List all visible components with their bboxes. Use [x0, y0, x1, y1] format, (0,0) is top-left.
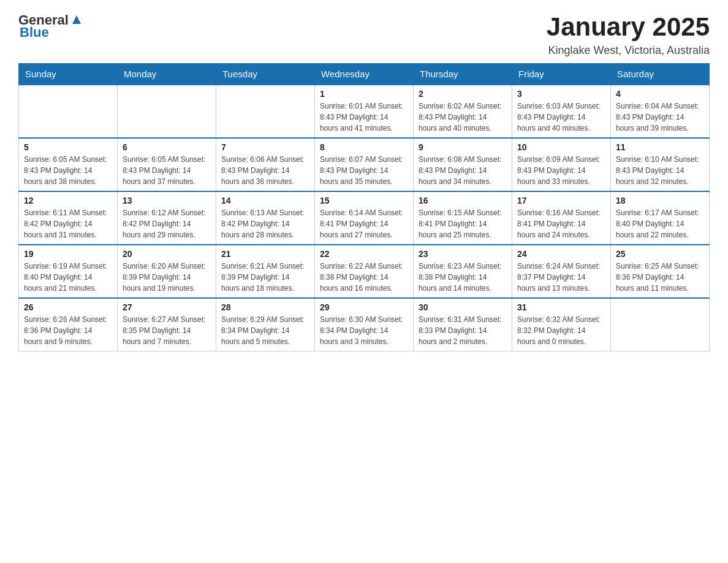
- day-number: 21: [221, 249, 309, 259]
- day-info: Sunrise: 6:25 AM Sunset: 8:36 PM Dayligh…: [616, 261, 704, 294]
- day-number: 26: [24, 302, 112, 312]
- day-number: 15: [320, 196, 408, 205]
- day-info: Sunrise: 6:05 AM Sunset: 8:43 PM Dayligh…: [24, 154, 112, 187]
- calendar-cell: 26Sunrise: 6:26 AM Sunset: 8:36 PM Dayli…: [19, 298, 118, 351]
- day-info: Sunrise: 6:15 AM Sunset: 8:41 PM Dayligh…: [419, 207, 507, 240]
- calendar-cell: [216, 85, 315, 138]
- calendar-day-header: Thursday: [414, 64, 512, 85]
- day-number: 20: [123, 249, 211, 259]
- day-info: Sunrise: 6:09 AM Sunset: 8:43 PM Dayligh…: [517, 154, 605, 187]
- day-info: Sunrise: 6:31 AM Sunset: 8:33 PM Dayligh…: [419, 314, 507, 347]
- calendar-cell: 18Sunrise: 6:17 AM Sunset: 8:40 PM Dayli…: [611, 191, 710, 245]
- calendar-cell: [19, 85, 118, 138]
- calendar-cell: 19Sunrise: 6:19 AM Sunset: 8:40 PM Dayli…: [19, 245, 118, 298]
- calendar-cell: 7Sunrise: 6:06 AM Sunset: 8:43 PM Daylig…: [216, 138, 315, 191]
- day-info: Sunrise: 6:29 AM Sunset: 8:34 PM Dayligh…: [221, 314, 309, 347]
- calendar-cell: 1Sunrise: 6:01 AM Sunset: 8:43 PM Daylig…: [315, 85, 414, 138]
- day-info: Sunrise: 6:26 AM Sunset: 8:36 PM Dayligh…: [24, 314, 112, 347]
- day-info: Sunrise: 6:27 AM Sunset: 8:35 PM Dayligh…: [123, 314, 211, 347]
- day-number: 22: [320, 249, 408, 259]
- calendar-cell: 16Sunrise: 6:15 AM Sunset: 8:41 PM Dayli…: [414, 191, 512, 245]
- day-info: Sunrise: 6:01 AM Sunset: 8:43 PM Dayligh…: [320, 101, 408, 134]
- day-info: Sunrise: 6:12 AM Sunset: 8:42 PM Dayligh…: [123, 207, 211, 240]
- calendar-cell: 22Sunrise: 6:22 AM Sunset: 8:38 PM Dayli…: [315, 245, 414, 298]
- day-number: 29: [320, 302, 408, 312]
- calendar-week-row: 1Sunrise: 6:01 AM Sunset: 8:43 PM Daylig…: [19, 85, 710, 138]
- day-info: Sunrise: 6:02 AM Sunset: 8:43 PM Dayligh…: [419, 101, 507, 134]
- day-info: Sunrise: 6:20 AM Sunset: 8:39 PM Dayligh…: [123, 261, 211, 294]
- day-number: 6: [123, 142, 211, 152]
- calendar-cell: 9Sunrise: 6:08 AM Sunset: 8:43 PM Daylig…: [414, 138, 512, 191]
- calendar-cell: 27Sunrise: 6:27 AM Sunset: 8:35 PM Dayli…: [118, 298, 216, 351]
- calendar-cell: 8Sunrise: 6:07 AM Sunset: 8:43 PM Daylig…: [315, 138, 414, 191]
- day-info: Sunrise: 6:24 AM Sunset: 8:37 PM Dayligh…: [517, 261, 605, 294]
- day-number: 14: [221, 196, 309, 205]
- calendar-day-header: Friday: [512, 64, 611, 85]
- calendar-cell: [118, 85, 216, 138]
- day-info: Sunrise: 6:14 AM Sunset: 8:41 PM Dayligh…: [320, 207, 408, 240]
- day-info: Sunrise: 6:03 AM Sunset: 8:43 PM Dayligh…: [517, 101, 605, 134]
- day-info: Sunrise: 6:21 AM Sunset: 8:39 PM Dayligh…: [221, 261, 309, 294]
- calendar-cell: 5Sunrise: 6:05 AM Sunset: 8:43 PM Daylig…: [19, 138, 118, 191]
- day-number: 3: [517, 89, 605, 99]
- calendar-cell: 25Sunrise: 6:25 AM Sunset: 8:36 PM Dayli…: [611, 245, 710, 298]
- day-info: Sunrise: 6:10 AM Sunset: 8:43 PM Dayligh…: [616, 154, 704, 187]
- day-info: Sunrise: 6:30 AM Sunset: 8:34 PM Dayligh…: [320, 314, 408, 347]
- day-info: Sunrise: 6:22 AM Sunset: 8:38 PM Dayligh…: [320, 261, 408, 294]
- calendar-cell: 14Sunrise: 6:13 AM Sunset: 8:42 PM Dayli…: [216, 191, 315, 245]
- day-number: 17: [517, 196, 605, 205]
- logo-triangle-icon: [70, 13, 83, 26]
- day-number: 30: [419, 302, 507, 312]
- day-number: 18: [616, 196, 704, 205]
- calendar-header-row: SundayMondayTuesdayWednesdayThursdayFrid…: [19, 64, 710, 85]
- day-number: 12: [24, 196, 112, 205]
- calendar-cell: 4Sunrise: 6:04 AM Sunset: 8:43 PM Daylig…: [611, 85, 710, 138]
- day-number: 1: [320, 89, 408, 99]
- day-info: Sunrise: 6:07 AM Sunset: 8:43 PM Dayligh…: [320, 154, 408, 187]
- calendar-cell: 2Sunrise: 6:02 AM Sunset: 8:43 PM Daylig…: [414, 85, 512, 138]
- day-info: Sunrise: 6:23 AM Sunset: 8:38 PM Dayligh…: [419, 261, 507, 294]
- day-number: 2: [419, 89, 507, 99]
- day-number: 19: [24, 249, 112, 259]
- calendar-cell: 3Sunrise: 6:03 AM Sunset: 8:43 PM Daylig…: [512, 85, 611, 138]
- day-number: 11: [616, 142, 704, 152]
- calendar-body: 1Sunrise: 6:01 AM Sunset: 8:43 PM Daylig…: [19, 85, 710, 351]
- title-section: January 2025 Kinglake West, Victoria, Au…: [547, 12, 710, 57]
- location-subtitle: Kinglake West, Victoria, Australia: [547, 44, 710, 57]
- calendar-week-row: 12Sunrise: 6:11 AM Sunset: 8:42 PM Dayli…: [19, 191, 710, 245]
- day-number: 4: [616, 89, 704, 99]
- day-number: 23: [419, 249, 507, 259]
- calendar-cell: 17Sunrise: 6:16 AM Sunset: 8:41 PM Dayli…: [512, 191, 611, 245]
- calendar-cell: 6Sunrise: 6:05 AM Sunset: 8:43 PM Daylig…: [118, 138, 216, 191]
- calendar-week-row: 19Sunrise: 6:19 AM Sunset: 8:40 PM Dayli…: [19, 245, 710, 298]
- calendar-cell: 15Sunrise: 6:14 AM Sunset: 8:41 PM Dayli…: [315, 191, 414, 245]
- day-info: Sunrise: 6:32 AM Sunset: 8:32 PM Dayligh…: [517, 314, 605, 347]
- day-number: 13: [123, 196, 211, 205]
- day-number: 8: [320, 142, 408, 152]
- calendar-cell: [611, 298, 710, 351]
- calendar-table: SundayMondayTuesdayWednesdayThursdayFrid…: [18, 63, 710, 351]
- day-info: Sunrise: 6:13 AM Sunset: 8:42 PM Dayligh…: [221, 207, 309, 240]
- day-info: Sunrise: 6:06 AM Sunset: 8:43 PM Dayligh…: [221, 154, 309, 187]
- calendar-day-header: Saturday: [611, 64, 710, 85]
- calendar-day-header: Wednesday: [315, 64, 414, 85]
- day-info: Sunrise: 6:19 AM Sunset: 8:40 PM Dayligh…: [24, 261, 112, 294]
- calendar-cell: 28Sunrise: 6:29 AM Sunset: 8:34 PM Dayli…: [216, 298, 315, 351]
- calendar-day-header: Tuesday: [216, 64, 315, 85]
- day-info: Sunrise: 6:11 AM Sunset: 8:42 PM Dayligh…: [24, 207, 112, 240]
- page-header: General Blue January 2025 Kinglake West,…: [18, 12, 710, 57]
- day-number: 24: [517, 249, 605, 259]
- calendar-day-header: Sunday: [19, 64, 118, 85]
- day-number: 10: [517, 142, 605, 152]
- calendar-cell: 30Sunrise: 6:31 AM Sunset: 8:33 PM Dayli…: [414, 298, 512, 351]
- day-number: 25: [616, 249, 704, 259]
- calendar-cell: 23Sunrise: 6:23 AM Sunset: 8:38 PM Dayli…: [414, 245, 512, 298]
- day-number: 7: [221, 142, 309, 152]
- day-number: 5: [24, 142, 112, 152]
- svg-marker-0: [72, 15, 81, 24]
- day-info: Sunrise: 6:17 AM Sunset: 8:40 PM Dayligh…: [616, 207, 704, 240]
- calendar-cell: 11Sunrise: 6:10 AM Sunset: 8:43 PM Dayli…: [611, 138, 710, 191]
- calendar-cell: 10Sunrise: 6:09 AM Sunset: 8:43 PM Dayli…: [512, 138, 611, 191]
- calendar-week-row: 5Sunrise: 6:05 AM Sunset: 8:43 PM Daylig…: [19, 138, 710, 191]
- logo-blue-text: Blue: [20, 25, 49, 40]
